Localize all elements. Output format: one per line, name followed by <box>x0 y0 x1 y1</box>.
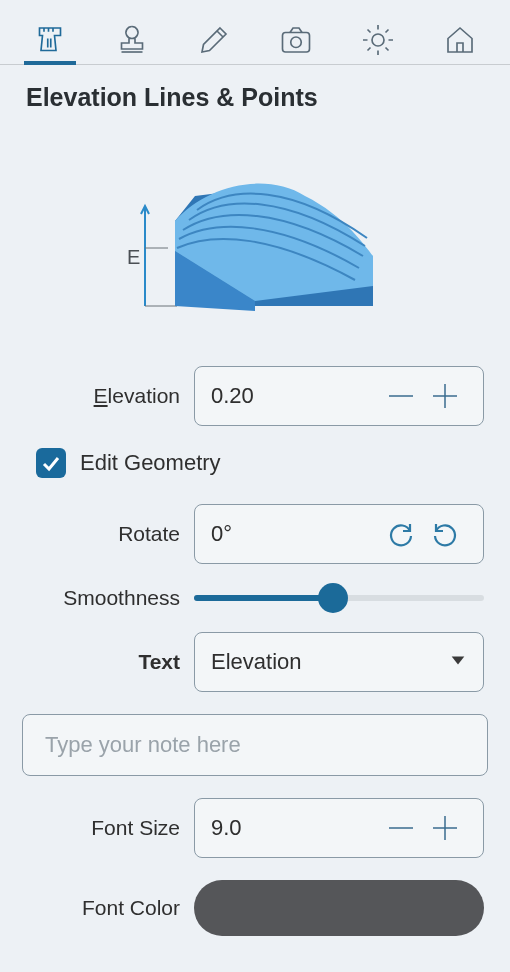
smoothness-label: Smoothness <box>26 586 194 610</box>
tab-stamp[interactable] <box>110 16 154 64</box>
edit-geometry-checkbox[interactable] <box>36 448 66 478</box>
check-icon <box>41 453 61 473</box>
minus-icon <box>386 813 416 843</box>
elevation-label: Elevation <box>26 384 194 408</box>
rotate-cw-icon <box>386 519 416 549</box>
svg-rect-0 <box>283 33 310 53</box>
elevation-preview: E <box>0 112 510 366</box>
elevation-input[interactable]: 0.20 <box>194 366 484 426</box>
chevron-down-icon <box>449 651 467 669</box>
home-icon <box>442 22 478 58</box>
tab-camera[interactable] <box>274 16 318 64</box>
font-color-label: Font Color <box>26 896 194 920</box>
tool-tabs <box>0 0 510 65</box>
smoothness-slider[interactable] <box>194 595 484 601</box>
stamp-icon <box>114 22 150 58</box>
camera-icon <box>278 22 314 58</box>
rotate-label: Rotate <box>26 522 194 546</box>
plus-icon <box>430 813 460 843</box>
font-size-input[interactable]: 9.0 <box>194 798 484 858</box>
tab-ruler[interactable] <box>28 16 72 64</box>
sun-icon <box>360 22 396 58</box>
edit-geometry-label: Edit Geometry <box>80 450 221 476</box>
text-label: Text <box>26 650 194 674</box>
rotate-ccw-button[interactable] <box>423 512 467 556</box>
font-size-increment[interactable] <box>423 806 467 850</box>
tab-brightness[interactable] <box>356 16 400 64</box>
svg-point-1 <box>291 37 302 48</box>
panel-title: Elevation Lines & Points <box>0 65 510 112</box>
svg-marker-12 <box>452 656 465 664</box>
svg-point-2 <box>372 34 384 46</box>
font-size-label: Font Size <box>26 816 194 840</box>
font-color-swatch[interactable] <box>194 880 484 936</box>
pencil-icon <box>196 22 232 58</box>
note-input[interactable] <box>22 714 488 776</box>
svg-text:E: E <box>127 246 140 268</box>
ruler-icon <box>32 22 68 58</box>
rotate-cw-button[interactable] <box>379 512 423 556</box>
elevation-decrement[interactable] <box>379 374 423 418</box>
text-select[interactable]: Elevation <box>194 632 484 692</box>
font-size-decrement[interactable] <box>379 806 423 850</box>
tab-pencil[interactable] <box>192 16 236 64</box>
tab-home[interactable] <box>438 16 482 64</box>
rotate-input[interactable]: 0° <box>194 504 484 564</box>
plus-icon <box>430 381 460 411</box>
minus-icon <box>386 381 416 411</box>
elevation-increment[interactable] <box>423 374 467 418</box>
rotate-ccw-icon <box>430 519 460 549</box>
